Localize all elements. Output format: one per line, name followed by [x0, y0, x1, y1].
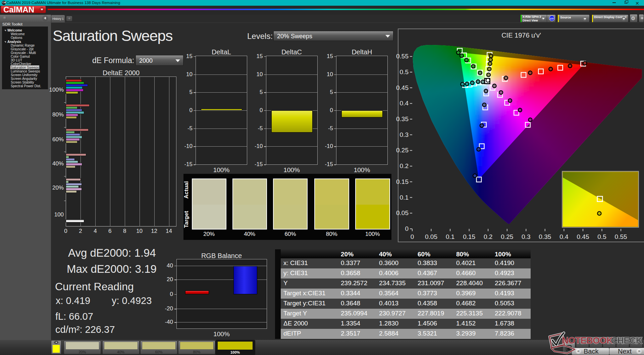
svg-text:0.5: 0.5	[400, 68, 409, 75]
svg-text:0.45: 0.45	[577, 233, 589, 240]
svg-text:0.55: 0.55	[615, 233, 627, 240]
svg-text:CIE 1976 u'v': CIE 1976 u'v'	[501, 32, 541, 39]
svg-text:0.05: 0.05	[396, 209, 409, 216]
svg-text:0.4: 0.4	[400, 100, 409, 107]
svg-text:0: 0	[405, 225, 409, 232]
svg-text:0.1: 0.1	[446, 233, 454, 240]
svg-text:0.1: 0.1	[400, 194, 409, 201]
svg-text:0.3: 0.3	[522, 233, 530, 240]
svg-text:0.05: 0.05	[425, 233, 437, 240]
svg-text:NOTEBOOK: NOTEBOOK	[562, 335, 613, 346]
svg-text:0.4: 0.4	[559, 233, 569, 240]
svg-text:0.25: 0.25	[396, 147, 409, 154]
svg-text:0.15: 0.15	[396, 178, 409, 185]
svg-text:0.3: 0.3	[400, 131, 409, 138]
svg-text:0.35: 0.35	[539, 233, 551, 240]
svg-text:CHECK: CHECK	[611, 335, 643, 346]
svg-text:0.45: 0.45	[396, 84, 409, 91]
svg-text:0.2: 0.2	[484, 233, 492, 240]
svg-text:0.2: 0.2	[400, 162, 409, 169]
svg-text:0: 0	[411, 233, 414, 240]
svg-text:0.15: 0.15	[463, 233, 475, 240]
svg-text:0.25: 0.25	[501, 233, 513, 240]
svg-text:0.55: 0.55	[396, 53, 409, 60]
svg-text:0.5: 0.5	[597, 233, 606, 240]
svg-text:0.35: 0.35	[396, 115, 409, 122]
